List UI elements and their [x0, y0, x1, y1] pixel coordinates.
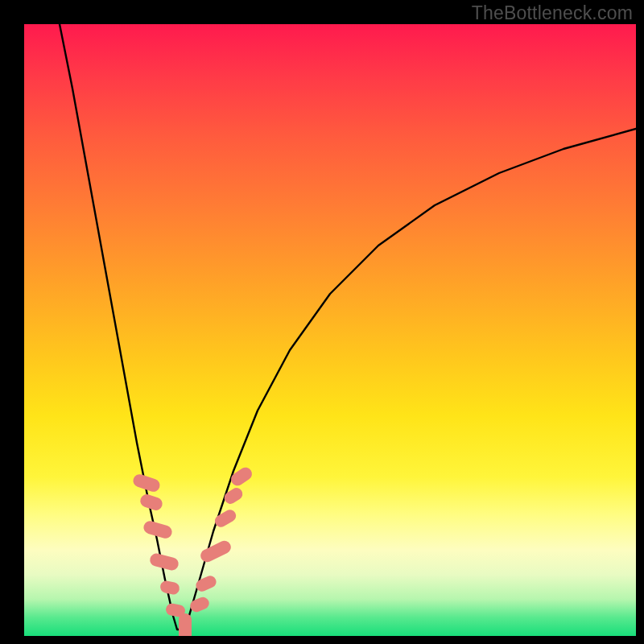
- curve-group: [60, 24, 636, 630]
- watermark-text: TheBottleneck.com: [472, 2, 633, 24]
- data-marker: [222, 485, 245, 506]
- chart-frame: TheBottleneck.com: [0, 0, 644, 644]
- data-marker: [213, 508, 238, 530]
- data-marker: [194, 574, 218, 593]
- data-marker: [188, 596, 211, 614]
- data-marker: [179, 613, 192, 636]
- data-marker: [199, 539, 233, 564]
- plot-area: [24, 24, 636, 636]
- data-marker: [138, 493, 164, 512]
- bottleneck-curve: [60, 24, 636, 630]
- data-marker: [149, 552, 180, 572]
- data-marker: [142, 519, 173, 539]
- data-marker: [229, 465, 254, 489]
- chart-svg: [24, 24, 636, 636]
- marker-group: [131, 465, 254, 636]
- data-marker: [159, 580, 181, 596]
